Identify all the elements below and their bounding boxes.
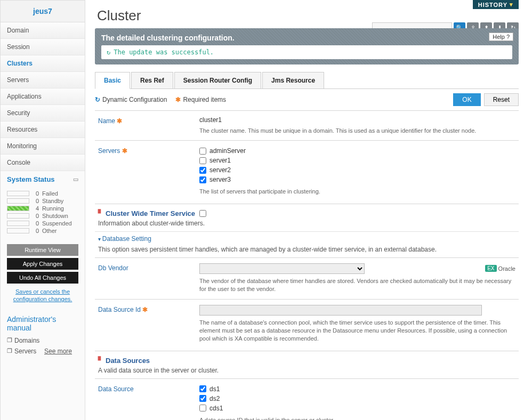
ds-id-desc: The name of a database's connection pool…	[199, 319, 515, 343]
tab-jms-resource[interactable]: Jms Resource	[262, 72, 324, 89]
sidebar-item-console[interactable]: Console	[1, 155, 85, 171]
status-label: Suspended	[42, 220, 72, 227]
sidebar-item-security[interactable]: Security	[1, 105, 85, 122]
status-row: 0Other	[7, 227, 78, 235]
server-option: server3	[199, 175, 515, 184]
status-label: Shutdown	[42, 213, 68, 219]
database-setting-toggle[interactable]: Database Setting	[95, 231, 519, 246]
example-badge: EX	[485, 265, 496, 272]
server-option: server2	[199, 165, 515, 175]
servers-label: Servers ✱	[98, 146, 199, 196]
required-icon: ✱	[117, 117, 122, 125]
status-count: 0	[33, 228, 39, 234]
sidebar-item-clusters[interactable]: Clusters	[1, 55, 85, 72]
status-bar	[7, 228, 29, 233]
required-icon: ✱	[122, 147, 127, 155]
ds-id-label: Data Source Id ✱	[98, 305, 199, 343]
runtime-view-button[interactable]: Runtime View	[7, 244, 78, 256]
server-label: server1	[209, 157, 231, 164]
ds-item-desc: A data source ID that is valid in the se…	[199, 416, 515, 420]
ds-option: ds1	[199, 384, 515, 394]
sidebar-item-resources[interactable]: Resources	[1, 122, 85, 138]
status-bar	[7, 198, 29, 204]
ds-id-input[interactable]	[199, 305, 482, 316]
db-vendor-desc: The vendor of the database where timer h…	[199, 277, 515, 294]
server-checkbox-adminServer[interactable]	[199, 148, 206, 155]
config-note-link[interactable]: Saves or cancels the configuration chang…	[7, 286, 78, 305]
server-label: server3	[209, 176, 231, 183]
status-label: Standby	[42, 198, 63, 204]
sidebar-item-domain[interactable]: Domain	[1, 22, 85, 39]
server-checkbox-server3[interactable]	[199, 176, 206, 183]
db-vendor-select[interactable]	[199, 263, 365, 274]
status-bar	[7, 191, 29, 196]
server-option: server1	[199, 156, 515, 165]
status-count: 0	[33, 220, 39, 227]
chevron-down-icon: ▾	[510, 1, 513, 8]
status-row: 0Standby	[7, 197, 78, 205]
sidebar-item-servers[interactable]: Servers	[1, 72, 85, 88]
status-count: 0	[33, 190, 39, 197]
manual-heading: Administrator's manual	[7, 315, 78, 332]
servers-desc: The list of servers that participate in …	[199, 188, 515, 196]
ds-label: ds1	[209, 385, 220, 393]
db-vendor-label: Db Vendor	[98, 263, 199, 294]
help-button[interactable]: Help ?	[489, 33, 513, 41]
manual-item-servers[interactable]: ❐Servers See more	[7, 346, 78, 357]
banner-message: ↻ The update was successful.	[101, 45, 512, 59]
apply-changes-button[interactable]: Apply Changes	[7, 258, 78, 270]
required-legend: ✱Required items	[175, 96, 226, 103]
ds-checkbox-cds1[interactable]	[199, 405, 206, 411]
ds-label: ds2	[209, 395, 220, 402]
timer-desc: Information about cluster-wide timers.	[95, 220, 519, 231]
history-button[interactable]: HISTORY▾	[473, 0, 519, 9]
ds-option: cds1	[199, 403, 515, 413]
sidebar-item-applications[interactable]: Applications	[1, 88, 85, 105]
status-row: 0Shutdown	[7, 212, 78, 220]
timer-service-toggle[interactable]	[199, 210, 206, 217]
status-label: Running	[42, 205, 64, 212]
tab-res-ref[interactable]: Res Ref	[131, 72, 173, 89]
sidebar-item-session[interactable]: Session	[1, 39, 85, 55]
brand: jeus7	[1, 1, 85, 22]
tab-session-router-config[interactable]: Session Router Config	[174, 72, 261, 89]
status-count: 0	[33, 198, 39, 204]
sidebar-item-monitoring[interactable]: Monitoring	[1, 138, 85, 155]
status-label: Other	[42, 228, 57, 234]
status-row: 4Running	[7, 205, 78, 212]
required-icon: ✱	[175, 96, 181, 103]
refresh-icon: ↻	[95, 96, 100, 103]
data-source-label: Data Source	[98, 384, 199, 420]
name-value: cluster1	[199, 116, 515, 124]
status-bar	[7, 221, 29, 226]
ds-option: ds2	[199, 394, 515, 403]
name-desc: The cluster name. This must be unique in…	[199, 127, 515, 135]
status-row: 0Suspended	[7, 220, 78, 227]
ok-button[interactable]: OK	[453, 93, 480, 106]
status-row: 0Failed	[7, 190, 78, 197]
help-icon: ?	[506, 34, 510, 40]
reset-button[interactable]: Reset	[484, 93, 519, 106]
db-desc: This option saves persistent timer handl…	[95, 246, 519, 257]
doc-icon: ❐	[7, 337, 12, 344]
required-icon: ✱	[142, 306, 148, 313]
tab-basic[interactable]: Basic	[95, 72, 130, 89]
flag-icon: ▘	[98, 209, 103, 217]
banner: Help ? The detailed clustering configura…	[95, 28, 519, 64]
server-label: adminServer	[209, 147, 246, 155]
manual-item-domains[interactable]: ❐Domains	[7, 335, 78, 346]
ds-checkbox-ds2[interactable]	[199, 395, 206, 402]
system-status-heading: System Status ▭	[1, 171, 85, 188]
see-more-link[interactable]: See more	[44, 348, 72, 355]
success-icon: ↻	[107, 49, 110, 56]
status-bar	[7, 206, 29, 211]
flag-icon: ▘	[98, 357, 103, 365]
ds-checkbox-ds1[interactable]	[199, 385, 206, 392]
undo-changes-button[interactable]: Undo All Changes	[7, 272, 78, 284]
server-label: server2	[209, 166, 231, 174]
status-count: 0	[33, 213, 39, 219]
server-checkbox-server1[interactable]	[199, 157, 206, 164]
timer-service-heading: ▘ Cluster Wide Timer Service	[95, 204, 519, 220]
dynamic-config-legend: ↻Dynamic Configuration	[95, 96, 167, 103]
server-checkbox-server2[interactable]	[199, 167, 206, 174]
